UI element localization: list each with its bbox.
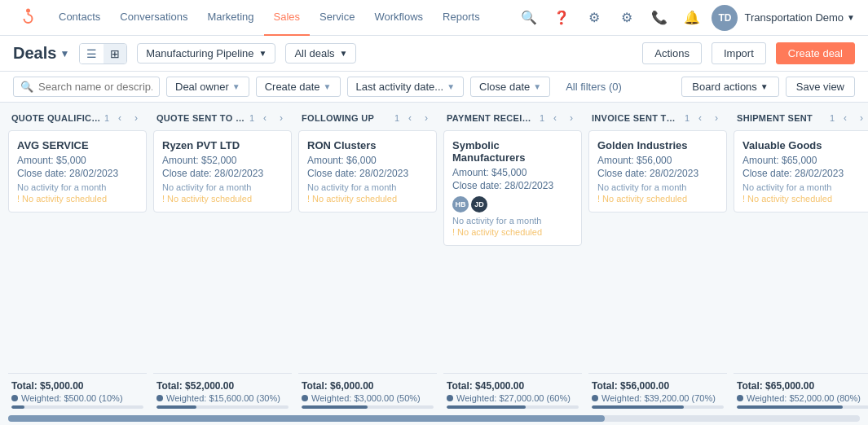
footer-dot-icon xyxy=(11,395,18,401)
footer-bar-container-payment-received xyxy=(447,405,579,409)
nav-workflows[interactable]: Workflows xyxy=(364,0,433,36)
footer-total-shipment-sent: Total: $65,000.00 xyxy=(737,380,868,392)
card-scheduled-symbolic-manufacturers: ! No activity scheduled xyxy=(452,227,573,237)
nav-marketing[interactable]: Marketing xyxy=(197,0,263,36)
save-view-button[interactable]: Save view xyxy=(786,77,855,97)
board-view-button[interactable]: ⊞ xyxy=(104,44,126,64)
column-next-payment-received[interactable]: › xyxy=(564,111,579,125)
column-header-invoice-sent-to-customers: INVOICE SENT TO CUSTOMER...1‹› xyxy=(588,111,727,130)
nav-sales[interactable]: Sales xyxy=(264,0,311,36)
card-title-avg-service: AVG SERVICE xyxy=(17,139,138,151)
card-activity-golden-industries: No activity for a month xyxy=(597,182,718,192)
close-date-chevron-icon: ▼ xyxy=(533,82,541,91)
column-prev-shipment-sent[interactable]: ‹ xyxy=(838,111,853,125)
column-next-quote-qualification[interactable]: › xyxy=(129,111,143,125)
board-actions-button[interactable]: Board actions ▼ xyxy=(681,77,778,97)
close-date-filter[interactable]: Close date ▼ xyxy=(470,77,550,97)
nav-conversations[interactable]: Conversations xyxy=(110,0,197,36)
column-footer-invoice-sent-to-customers: Total: $56,000.00Weighted: $39,200.00 (7… xyxy=(588,373,727,412)
board-column-following-up: FOLLOWING UP1‹›RON ClustersAmount: $6,00… xyxy=(298,111,437,217)
card-title-valuable-goods: Valuable Goods xyxy=(742,139,863,151)
search-box[interactable]: 🔍 xyxy=(13,77,160,97)
nav-reports[interactable]: Reports xyxy=(433,0,490,36)
card-valuable-goods[interactable]: Valuable GoodsAmount: $65,000Close date:… xyxy=(734,130,868,212)
card-symbolic-manufacturers[interactable]: Symbolic ManufacturersAmount: $45,000Clo… xyxy=(443,130,582,246)
column-prev-invoice-sent-to-customers[interactable]: ‹ xyxy=(693,111,707,125)
footer-bar-quote-sent-to-customers xyxy=(156,405,196,409)
notifications-icon[interactable]: 🔔 xyxy=(679,5,705,31)
column-footer-quote-qualification: Total: $5,000.00Weighted: $500.00 (10%) xyxy=(8,373,147,412)
actions-button[interactable]: Actions xyxy=(642,42,702,64)
all-deals-select[interactable]: All deals ▼ xyxy=(285,43,356,64)
column-header-following-up: FOLLOWING UP1‹› xyxy=(298,111,437,130)
chevron-down-icon: ▼ xyxy=(847,13,855,22)
pipeline-chevron-icon: ▼ xyxy=(259,49,267,58)
board-columns: QUOTE QUALIFICATION1‹›AVG SERVICEAmount:… xyxy=(0,103,868,373)
search-input[interactable] xyxy=(38,81,152,93)
page-title-caret[interactable]: ▼ xyxy=(59,48,69,59)
card-close-date-ryzen-pvt-ltd: Close date: 28/02/2023 xyxy=(162,168,283,179)
import-button[interactable]: Import xyxy=(712,42,766,64)
footer-bar-payment-received xyxy=(447,405,526,409)
board-column-shipment-sent: SHIPMENT SENT1‹›Valuable GoodsAmount: $6… xyxy=(734,111,868,217)
help-icon[interactable]: ❓ xyxy=(549,5,575,31)
card-scheduled-golden-industries: ! No activity scheduled xyxy=(597,194,718,204)
card-golden-industries[interactable]: Golden IndustriesAmount: $56,000Close da… xyxy=(588,130,727,212)
column-prev-quote-sent-to-customers[interactable]: ‹ xyxy=(258,111,272,125)
card-amount-ron-clusters: Amount: $6,000 xyxy=(307,155,428,166)
pipeline-select[interactable]: Manufacturing Pipeline ▼ xyxy=(137,43,275,64)
board-container: QUOTE QUALIFICATION1‹›AVG SERVICEAmount:… xyxy=(0,103,868,425)
avatar[interactable]: TD xyxy=(712,5,738,31)
card-ron-clusters[interactable]: RON ClustersAmount: $6,000Close date: 28… xyxy=(298,130,437,212)
column-next-invoice-sent-to-customers[interactable]: › xyxy=(709,111,724,125)
list-view-button[interactable]: ☰ xyxy=(80,44,104,64)
card-title-ron-clusters: RON Clusters xyxy=(307,139,428,151)
marketplace-icon[interactable]: ⚙ xyxy=(581,5,607,31)
column-footer-payment-received: Total: $45,000.00Weighted: $27,000.00 (6… xyxy=(443,373,582,412)
card-avg-service[interactable]: AVG SERVICEAmount: $5,000Close date: 28/… xyxy=(8,130,147,212)
nav-service[interactable]: Service xyxy=(310,0,364,36)
column-prev-quote-qualification[interactable]: ‹ xyxy=(112,111,127,125)
column-title-invoice-sent-to-customers: INVOICE SENT TO CUSTOMER... xyxy=(592,113,681,123)
column-count-invoice-sent-to-customers: 1 xyxy=(685,113,690,123)
card-avatar: JD xyxy=(471,196,487,212)
board-column-payment-received: PAYMENT RECEIVED1‹›Symbolic Manufacturer… xyxy=(443,111,582,251)
footer-bar-container-shipment-sent xyxy=(737,405,868,409)
calling-icon[interactable]: 📞 xyxy=(646,5,672,31)
footer-bar-shipment-sent xyxy=(737,405,843,409)
card-title-golden-industries: Golden Industries xyxy=(597,139,718,151)
deal-owner-filter[interactable]: Deal owner ▼ xyxy=(166,77,249,97)
create-date-filter[interactable]: Create date ▼ xyxy=(256,77,341,97)
column-next-following-up[interactable]: › xyxy=(419,111,434,125)
top-navigation: Contacts Conversations Marketing Sales S… xyxy=(0,0,868,36)
column-next-shipment-sent[interactable]: › xyxy=(854,111,868,125)
nav-right: 🔍 ❓ ⚙ ⚙ 📞 🔔 TD Transportation Demo ▼ xyxy=(516,5,855,31)
settings-icon[interactable]: ⚙ xyxy=(614,5,640,31)
footer-dot-icon xyxy=(737,395,743,401)
footer-weighted-invoice-sent-to-customers: Weighted: $39,200.00 (70%) xyxy=(592,393,724,403)
column-title-following-up: FOLLOWING UP xyxy=(302,113,391,123)
card-close-date-ron-clusters: Close date: 28/02/2023 xyxy=(307,168,428,179)
column-prev-following-up[interactable]: ‹ xyxy=(403,111,417,125)
board-scrollbar-thumb[interactable] xyxy=(8,415,605,422)
footer-weighted-payment-received: Weighted: $27,000.00 (60%) xyxy=(447,393,579,403)
search-icon[interactable]: 🔍 xyxy=(516,5,542,31)
all-filters-button[interactable]: All filters (0) xyxy=(557,77,631,97)
card-close-date-symbolic-manufacturers: Close date: 28/02/2023 xyxy=(452,180,573,191)
column-next-quote-sent-to-customers[interactable]: › xyxy=(274,111,289,125)
hubspot-logo[interactable] xyxy=(13,7,36,29)
card-scheduled-valuable-goods: ! No activity scheduled xyxy=(742,194,863,204)
card-amount-ryzen-pvt-ltd: Amount: $52,000 xyxy=(162,155,283,166)
nav-contacts[interactable]: Contacts xyxy=(49,0,110,36)
account-name[interactable]: Transportation Demo ▼ xyxy=(744,11,855,24)
create-deal-button[interactable]: Create deal xyxy=(776,42,855,64)
footer-bar-container-invoice-sent-to-customers xyxy=(592,405,724,409)
board-scrollbar[interactable] xyxy=(8,415,860,422)
last-activity-date-filter[interactable]: Last activity date... ▼ xyxy=(347,77,465,97)
card-avatar: HB xyxy=(452,196,469,212)
card-title-symbolic-manufacturers: Symbolic Manufacturers xyxy=(452,139,573,164)
card-ryzen-pvt-ltd[interactable]: Ryzen PVT LTDAmount: $52,000Close date: … xyxy=(153,130,292,212)
column-prev-payment-received[interactable]: ‹ xyxy=(548,111,562,125)
board-column-quote-sent-to-customers: QUOTE SENT TO CUSTOMERS1‹›Ryzen PVT LTDA… xyxy=(153,111,292,217)
deal-owner-chevron-icon: ▼ xyxy=(232,82,240,91)
